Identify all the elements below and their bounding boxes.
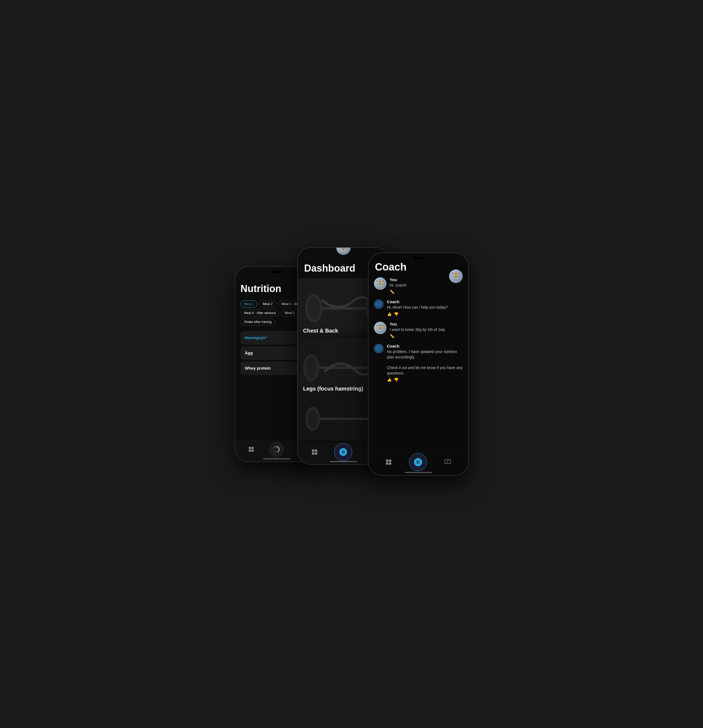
meal-tab-1[interactable]: Meal 1 [241,300,257,308]
svg-rect-24 [312,449,314,452]
svg-rect-7 [320,307,369,310]
meal-tab-4[interactable]: Meal 4 - After workout [241,309,280,316]
svg-rect-34 [389,459,391,462]
home-indicator-right [405,472,432,473]
meal-tab-6[interactable]: Shake efter träning [241,318,275,325]
svg-rect-3 [251,449,254,452]
fab-openai-middle[interactable] [334,443,352,461]
svg-rect-35 [386,462,388,465]
chat-message-4: Coach No problem. I have updated your nu… [374,344,463,382]
svg-rect-37 [445,459,451,464]
svg-rect-26 [312,452,314,455]
coach-screen: 🏋️ Coach 🏋️ You Hi, coach! ✏️ [368,253,468,475]
svg-point-6 [308,297,319,319]
chat-icon-right[interactable] [444,459,451,466]
svg-rect-21 [319,418,371,420]
user-avatar-1: 🏋️ [374,277,387,290]
chat-message-3: 🏋️ You I want to loose 2kg by 1th of Jul… [374,322,463,338]
thumbdown-icon-4[interactable]: 👎 [394,377,398,382]
workout-label-1: Chest & Back [303,328,338,334]
chat-message-2: Coach Hi, Alvar! How can i help you toda… [374,299,463,316]
chat-sender-2: Coach [387,299,463,304]
grid-icon-right[interactable] [385,459,392,466]
chat-text-3: I want to loose 2kg by 1th of July. [390,327,463,332]
workout-label-2: Legs (focus hamstring) [303,386,363,392]
fab-openai-left[interactable] [269,442,284,456]
svg-point-13 [306,357,316,378]
chat-actions-3: ✏️ [390,334,463,338]
chat-sender-4: Coach [387,344,463,348]
user-avatar-3: 🏋️ [374,322,387,334]
coach-avatar-4 [374,344,384,354]
grid-icon-left[interactable] [248,446,254,452]
home-indicator-left [263,458,290,459]
thumbup-icon-2[interactable]: 👍 [387,312,392,316]
food-item-2-text: Ägg [245,351,253,355]
dynamic-island-left [272,270,282,273]
edit-icon-3[interactable]: ✏️ [390,334,394,338]
chat-message-1: 🏋️ You Hi, coach! ✏️ [374,277,463,294]
thumbup-icon-4[interactable]: 👍 [387,377,392,382]
grid-icon-middle[interactable] [311,449,318,456]
meal-tab-2[interactable]: Meal 2 [259,300,276,308]
svg-rect-14 [318,366,372,369]
chat-actions-2: 👍 👎 [387,312,463,316]
scene: Nutrition Meal 1 Meal 2 Meal 3 - Before … [235,231,469,497]
edit-icon-1[interactable]: ✏️ [390,290,394,294]
chat-content-4: Coach No problem. I have updated your nu… [387,344,463,382]
chat-text-4: No problem. I have updated your nutritio… [387,349,463,376]
home-indicator-middle [330,461,357,462]
meal-tab-5[interactable]: Meal 5 [281,309,298,316]
chat-actions-1: ✏️ [390,290,463,294]
chat-content-2: Coach Hi, Alvar! How can i help you toda… [387,299,463,316]
coach-top-avatar: 🏋️ [449,269,463,283]
svg-rect-2 [249,449,251,452]
svg-rect-1 [251,447,254,449]
chat-text-1: Hi, coach! [390,283,463,288]
food-item-3-text: Whey protein [245,366,271,370]
chat-content-3: You I want to loose 2kg by 1th of July. … [390,322,463,338]
svg-rect-33 [386,459,388,462]
svg-rect-36 [389,462,391,465]
svg-rect-25 [315,449,318,452]
dynamic-island-right [413,257,423,260]
svg-rect-0 [249,447,251,449]
food-item-1-text: Havregryn* [245,335,267,340]
coach-avatar-2 [374,299,384,309]
svg-point-20 [308,410,318,428]
fab-openai-right[interactable] [409,453,427,471]
svg-rect-27 [315,452,318,455]
chat-actions-4: 👍 👎 [387,377,463,382]
thumbdown-icon-2[interactable]: 👎 [394,312,398,316]
chat-text-2: Hi, Alvar! How can i help you today? [387,305,463,310]
chat-scroll[interactable]: 🏋️ You Hi, coach! ✏️ [368,277,468,445]
chat-sender-3: You [390,322,463,326]
coach-phone: 🏋️ Coach 🏋️ You Hi, coach! ✏️ [368,253,469,476]
